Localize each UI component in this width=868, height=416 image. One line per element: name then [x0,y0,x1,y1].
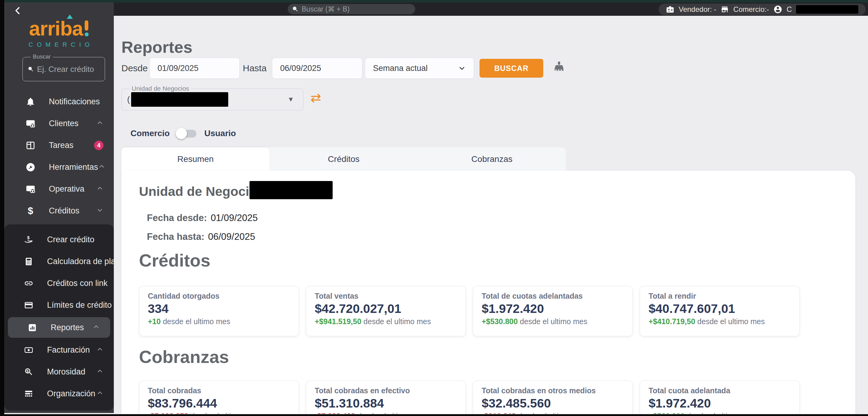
sidebar-item-clientes[interactable]: Clientes [4,112,114,134]
store-icon [720,5,729,14]
sidebar-item-creditos-con-link[interactable]: Créditos con link [4,272,114,294]
caret-down-icon: ▼ [287,96,294,103]
chevron-up-icon [93,323,100,331]
sidebar-item-operativa[interactable]: Operativa [4,178,114,200]
search-icon [292,5,299,13]
sidebar-item-label: Crear crédito [47,235,94,244]
client-card-link-icon [26,118,35,129]
comercio-usuario-switch[interactable] [173,127,200,139]
sidebar-item-label: Operativa [49,184,84,194]
stat-card-total-a-rendir: Total a rendir $40.747.607,01 +$410.719,… [640,286,800,336]
logo-exclamation [85,20,89,35]
sidebar-item-facturacion[interactable]: Facturación [4,339,114,361]
search-dollar-icon: $ [24,367,34,377]
tasks-window-icon [26,140,35,150]
sidebar-item-notificaciones[interactable]: Notificaciones [4,91,114,112]
chevron-up-icon [96,346,103,353]
sidebar-search-input[interactable] [37,65,100,74]
unidad-value-prefix: ( [127,95,130,104]
window-left-edge [0,0,4,416]
global-search-box[interactable] [288,4,415,14]
sidebar-item-creditos[interactable]: $ Créditos [4,200,114,222]
chevron-up-icon [96,119,103,127]
section-title-creditos: Créditos [139,250,210,271]
back-button[interactable] [13,5,23,16]
unidad-de-negocios-label: Unidad de Negocios [130,85,191,92]
chevron-up-icon [96,185,103,192]
unidad-value-redaction [131,92,228,107]
chevron-up-icon [96,389,103,396]
sidebar-item-limites-de-credito[interactable]: Límites de crédito [4,294,114,316]
tab-resumen[interactable]: Resumen [121,147,270,171]
sidebar-item-calculadora[interactable]: Calculadora de planes [4,250,114,272]
sidebar-item-herramientas[interactable]: Herramientas [4,156,114,178]
tab-cobranzas[interactable]: Cobranzas [418,147,566,171]
sidebar: arriba COMERCIO Buscar Notificaciones Cl… [4,2,114,413]
dollar-icon: $ [26,205,35,216]
sidebar-search-label: Buscar [31,54,53,60]
creditos-submenu-panel: $ Crear crédito Calculadora de planes Cr… [4,224,114,411]
operative-card-link-icon [26,184,35,194]
top-bar: Vendedor: - Comercio:- C [4,2,868,16]
tools-icon [26,162,35,172]
sidebar-item-label: Herramientas [49,163,98,172]
account-icon [773,5,782,14]
sidebar-item-label: Clientes [49,119,79,128]
toggle-label-usuario: Usuario [204,129,236,138]
page-title: Reportes [121,38,192,57]
logo: arriba COMERCIO [4,17,114,48]
stat-card-cobradas-otros-medios: Total cobradas en otros medios $32.485.5… [473,381,633,414]
link-icon [24,279,34,288]
stat-card-total-cobradas: Total cobradas $83.796.444 -$7.093.272 d… [139,381,299,414]
sidebar-item-label: Reportes [51,323,84,332]
search-icon [28,66,34,73]
chevron-left-icon [13,5,23,16]
sidebar-item-label: Organización [47,389,95,398]
switch-knob [176,128,187,139]
desde-input[interactable]: 01/09/2025 [149,58,240,79]
hasta-input[interactable]: 06/09/2025 [272,58,362,79]
sidebar-item-label: Notificaciones [49,97,100,106]
sidebar-item-tareas[interactable]: Tareas 4 [4,134,114,156]
hasta-label: Hasta [243,58,267,79]
stat-card-cuota-adelantada: Total cuota adelantada $1.972.420 +$530.… [640,381,800,414]
clear-filters-brush-icon[interactable] [552,60,566,75]
hand-dollar-icon: $ [24,235,34,244]
banknote-icon [24,345,34,355]
tab-creditos[interactable]: Créditos [270,147,417,171]
sidebar-item-morosidad[interactable]: $ Morosidad [4,361,114,383]
svg-text:$: $ [27,235,30,240]
period-select[interactable]: Semana actual [365,58,474,79]
stat-card-total-ventas: Total ventas $42.720.027,01 +$941.519,50… [306,286,466,336]
swap-unit-icon[interactable]: ⇄ [310,90,321,105]
stat-card-cantidad-otorgados: Cantidad otorgados 334 +10 desde el ulti… [139,286,299,336]
sidebar-item-reportes[interactable]: Reportes [8,317,110,338]
vendedor-label: Vendedor: - [679,5,716,14]
logo-wordmark: arriba [29,17,89,40]
chevron-up-icon [96,368,103,375]
sidebar-search-box[interactable]: Buscar [23,57,105,81]
stat-card-cuotas-adelantadas: Total de cuotas adelantadas $1.972.420 +… [473,286,633,336]
toggle-label-comercio: Comercio [130,129,169,138]
chevron-down-icon [458,64,466,72]
svg-text:$: $ [27,369,29,373]
unidad-de-negocios-select[interactable]: Unidad de Negocios ( ▼ [121,89,304,110]
desde-label: Desde [121,58,148,79]
report-tabs: Resumen Créditos Cobranzas [121,147,566,171]
id-badge-icon [666,5,674,14]
user-context-pill[interactable]: Vendedor: - Comercio:- C [659,4,866,15]
section-title-cobranzas: Cobranzas [139,347,229,367]
credit-card-icon [24,301,34,310]
sidebar-item-label: Morosidad [47,367,85,377]
comercio-label: Comercio:- [733,5,769,14]
user-name-initial: C [787,5,792,14]
cobranzas-card-row: Total cobradas $83.796.444 -$7.093.272 d… [139,381,800,414]
buscar-button[interactable]: BUSCAR [479,59,543,78]
sidebar-item-label: Facturación [47,345,90,355]
logo-subtitle: COMERCIO [4,41,114,48]
sidebar-item-organizacion[interactable]: Organización [4,383,114,405]
global-search-input[interactable] [302,5,411,13]
sidebar-item-crear-credito[interactable]: $ Crear crédito [4,229,114,250]
scope-toggle-row: Comercio Usuario [130,127,236,139]
sidebar-item-label: Créditos con link [47,279,108,288]
